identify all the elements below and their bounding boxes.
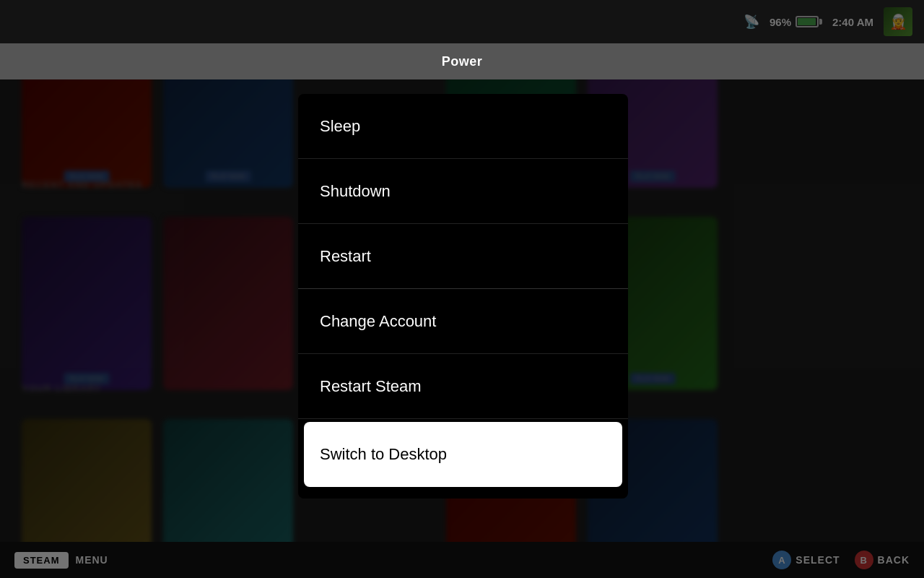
menu-item-switch-desktop-label: Switch to Desktop	[320, 445, 447, 464]
menu-item-cancel[interactable]: Cancel	[298, 490, 628, 499]
power-menu: Sleep Shutdown Restart Change Account Re…	[298, 94, 628, 499]
menu-item-change-account-label: Change Account	[320, 312, 436, 331]
menu-item-restart[interactable]: Restart	[298, 224, 628, 289]
menu-item-shutdown-label: Shutdown	[320, 182, 391, 201]
menu-item-sleep-label: Sleep	[320, 117, 360, 136]
menu-item-sleep[interactable]: Sleep	[298, 94, 628, 159]
menu-item-shutdown[interactable]: Shutdown	[298, 159, 628, 224]
menu-item-change-account[interactable]: Change Account	[298, 289, 628, 354]
menu-item-switch-desktop[interactable]: Switch to Desktop	[304, 422, 622, 487]
power-menu-title: Power	[442, 54, 483, 69]
menu-item-restart-steam[interactable]: Restart Steam	[298, 354, 628, 419]
power-menu-header: Power	[0, 43, 924, 79]
menu-item-restart-steam-label: Restart Steam	[320, 377, 422, 396]
menu-item-restart-label: Restart	[320, 247, 371, 266]
